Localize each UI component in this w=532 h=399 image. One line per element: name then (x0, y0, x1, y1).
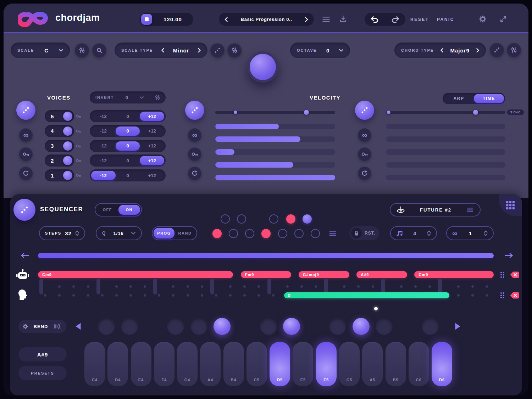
white-key-D6[interactable]: D6 (432, 342, 452, 386)
randomize-timing-knob[interactable] (355, 101, 374, 120)
white-key-G5[interactable]: G5 (339, 342, 360, 386)
transpose-option--12[interactable]: -12 (91, 112, 116, 121)
pattern-slot[interactable] (212, 229, 222, 238)
voice-3-row[interactable]: 3 (45, 140, 74, 152)
note-rate-control[interactable]: 4 (390, 226, 437, 240)
quantize-control[interactable]: Q 1/16 (96, 226, 142, 240)
white-key-B5[interactable]: B5 (386, 342, 406, 386)
search-button[interactable] (92, 43, 106, 57)
reset-lock-control[interactable]: RST. (349, 226, 379, 240)
chevron-down-icon[interactable] (59, 49, 63, 52)
black-key-C#6[interactable] (422, 318, 439, 335)
chevron-down-icon[interactable] (131, 232, 135, 235)
time-bar[interactable] (386, 149, 505, 155)
voice-1-row[interactable]: 1 (45, 169, 74, 181)
stepper-icon[interactable] (75, 230, 79, 236)
time-bar[interactable] (386, 162, 505, 168)
preset-prev-icon[interactable] (225, 17, 228, 22)
velocity-range-handle[interactable] (304, 110, 309, 115)
scale-type-sliders-button[interactable] (227, 43, 242, 57)
loop-count-control[interactable]: ∞ 1 (446, 226, 494, 240)
menu-icon[interactable] (322, 17, 330, 22)
white-key-C4[interactable]: C4 (84, 342, 105, 386)
steps-control[interactable]: STEPS 32 (39, 226, 85, 240)
preset-selector[interactable]: Basic Progression 0.. (219, 13, 314, 26)
main-strum-knob[interactable] (247, 51, 278, 83)
bend-gear-icon[interactable] (23, 324, 28, 329)
reset-button[interactable]: RESET (410, 17, 429, 22)
pattern-slot[interactable] (245, 229, 254, 238)
transpose-option-+12[interactable]: +12 (140, 141, 164, 151)
next-icon[interactable] (198, 48, 201, 52)
black-key-D#4[interactable] (121, 318, 138, 335)
robot-chord-lane-icon[interactable] (16, 269, 29, 282)
transpose-option-0[interactable]: 0 (116, 141, 140, 151)
pattern-slot[interactable] (278, 229, 287, 238)
pattern-slot[interactable] (294, 229, 304, 238)
refresh-voices-button[interactable] (19, 167, 33, 180)
undo-icon[interactable] (371, 16, 379, 23)
pattern-slot[interactable] (269, 214, 278, 224)
arp-time-toggle[interactable]: ARP TIME (443, 93, 505, 104)
note-lane-drag-handle[interactable] (500, 292, 505, 300)
sequence-position-bar[interactable] (38, 253, 494, 258)
scale-type-selector[interactable]: SCALE TYPE Minor (115, 43, 207, 58)
mode-prog-label[interactable]: PROG (154, 228, 174, 238)
redo-icon[interactable] (391, 16, 399, 23)
voice-2-row[interactable]: 2 (45, 154, 74, 167)
transpose-option--12[interactable]: -12 (91, 141, 116, 151)
human-note-lane-icon[interactable] (18, 290, 27, 302)
transpose-option--12[interactable]: -12 (91, 171, 116, 180)
chord-type-sliders-button[interactable] (507, 43, 521, 57)
white-key-G4[interactable]: G4 (177, 342, 198, 386)
prev-icon[interactable] (161, 48, 164, 52)
loop-voices-button[interactable]: ∞ (19, 128, 33, 142)
voice-2-toggle[interactable] (63, 156, 72, 165)
time-slider[interactable] (386, 111, 505, 114)
transpose-option-0[interactable]: 0 (116, 127, 140, 136)
velocity-bar[interactable] (215, 124, 335, 129)
keyboard-octave-down-button[interactable] (75, 322, 81, 332)
velocity-bar[interactable] (215, 162, 335, 168)
seq-scroll-right-icon[interactable] (505, 253, 513, 259)
black-key-F#4[interactable] (167, 318, 184, 335)
bend-control[interactable]: BEND (18, 320, 66, 333)
white-key-E4[interactable]: E4 (131, 342, 151, 386)
save-download-icon[interactable] (340, 16, 347, 22)
voice-1-toggle[interactable] (63, 171, 72, 180)
note-lane-delete-button[interactable] (510, 292, 519, 300)
pattern-slot[interactable] (237, 214, 246, 224)
voice-4-row[interactable]: 4 (45, 125, 74, 137)
pattern-slot[interactable] (303, 214, 312, 224)
power-on-label[interactable]: ON (118, 205, 140, 215)
transpose-option-0[interactable]: 0 (116, 112, 140, 121)
lock-voices-button[interactable] (19, 147, 33, 161)
pattern-slot[interactable] (311, 229, 320, 238)
black-key-D#5[interactable] (283, 318, 300, 335)
velocity-range-slider[interactable] (215, 111, 335, 114)
seq-scroll-left-icon[interactable] (21, 253, 29, 259)
lock-velocity-button[interactable] (188, 147, 201, 161)
black-key-G#5[interactable] (353, 318, 370, 335)
stepper-icon[interactable] (427, 230, 431, 236)
sequencer-preset-menu-icon[interactable] (467, 208, 473, 212)
white-key-E5[interactable]: E5 (293, 342, 313, 386)
velocity-range-handle[interactable] (234, 111, 237, 114)
transpose-option-0[interactable]: 0 (116, 156, 140, 165)
voice-4-toggle[interactable] (63, 127, 72, 136)
white-key-A4[interactable]: A4 (200, 342, 221, 386)
loop-velocity-button[interactable]: ∞ (188, 128, 201, 142)
black-key-C#4[interactable] (98, 318, 115, 335)
time-slider-dot[interactable] (387, 111, 390, 114)
power-off-label[interactable]: OFF (96, 205, 118, 215)
chord-block[interactable]: Cm9 (38, 271, 233, 278)
sequencer-preset-selector[interactable]: FUTURE #2 (390, 203, 481, 217)
pattern-slot[interactable] (221, 214, 230, 224)
transpose-option--12[interactable]: -12 (91, 127, 116, 136)
time-bar[interactable] (386, 124, 505, 129)
settings-gear-icon[interactable] (479, 16, 486, 23)
velocity-bar[interactable] (215, 149, 335, 155)
preset-next-icon[interactable] (305, 17, 308, 22)
velocity-bar[interactable] (215, 136, 335, 142)
chord-block[interactable]: Fm9 (241, 271, 292, 278)
